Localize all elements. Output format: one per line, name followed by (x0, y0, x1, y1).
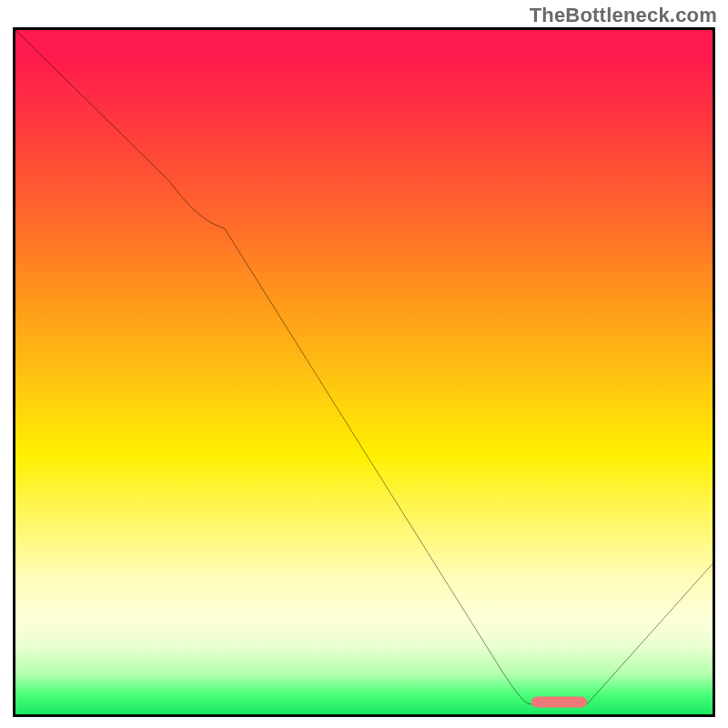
current-range-marker (531, 696, 587, 707)
plot-area (13, 27, 715, 717)
bottleneck-curve (15, 30, 713, 704)
chart-frame: TheBottleneck.com (0, 0, 728, 728)
watermark-text: TheBottleneck.com (530, 4, 717, 27)
curve-layer (15, 30, 713, 714)
